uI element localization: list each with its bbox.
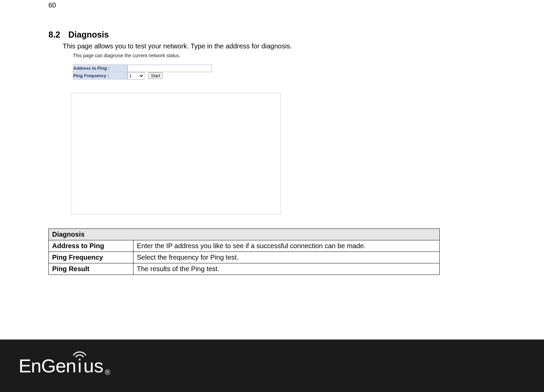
section-title: Diagnosis	[68, 30, 109, 39]
ping-result-output[interactable]	[71, 93, 281, 214]
start-button[interactable]: Start	[148, 72, 162, 79]
table-value: The results of the Ping test.	[133, 263, 440, 275]
address-label: Address to Ping :	[73, 65, 127, 72]
footer: EnGen i us®	[0, 340, 544, 392]
table-row: Ping Frequency Select the frequency for …	[49, 252, 440, 263]
table-row: Address to Ping Enter the IP address you…	[49, 240, 440, 252]
table-header: Diagnosis	[49, 229, 440, 240]
address-row: Address to Ping :	[73, 65, 212, 72]
intro-text: This page allows you to test your networ…	[63, 42, 438, 50]
brand-part2: us	[83, 356, 103, 375]
wifi-icon	[72, 348, 87, 358]
main-content: 8.2Diagnosis This page allows you to tes…	[48, 30, 438, 275]
brand-logo: EnGen i us®	[19, 356, 110, 375]
table-row: Ping Result The results of the Ping test…	[49, 263, 440, 275]
registered-icon: ®	[105, 369, 110, 376]
section-number: 8.2	[48, 30, 60, 39]
table-key: Address to Ping	[49, 240, 133, 252]
table-header-row: Diagnosis	[49, 229, 440, 240]
frequency-row: Ping Frequency : 1 Start	[73, 72, 212, 80]
brand-dot: i	[78, 355, 82, 376]
table-key: Ping Result	[49, 263, 133, 275]
form-table: Address to Ping : Ping Frequency : 1 Sta…	[73, 64, 212, 80]
brand-i-with-wifi: i	[76, 356, 83, 375]
diagnosis-form-area: This page can diagnose the current netwo…	[73, 53, 438, 214]
brand-part1: EnGen	[19, 356, 76, 375]
frequency-select[interactable]: 1	[127, 72, 144, 80]
frequency-label: Ping Frequency :	[73, 72, 127, 80]
table-key: Ping Frequency	[49, 252, 133, 263]
description-table: Diagnosis Address to Ping Enter the IP a…	[48, 228, 440, 275]
section-heading: 8.2Diagnosis	[48, 30, 438, 40]
form-description: This page can diagnose the current netwo…	[73, 53, 438, 58]
address-input[interactable]	[127, 65, 212, 72]
table-value: Enter the IP address you like to see if …	[133, 240, 440, 252]
page-number: 60	[48, 1, 56, 9]
table-value: Select the frequency for Ping test.	[133, 252, 440, 263]
